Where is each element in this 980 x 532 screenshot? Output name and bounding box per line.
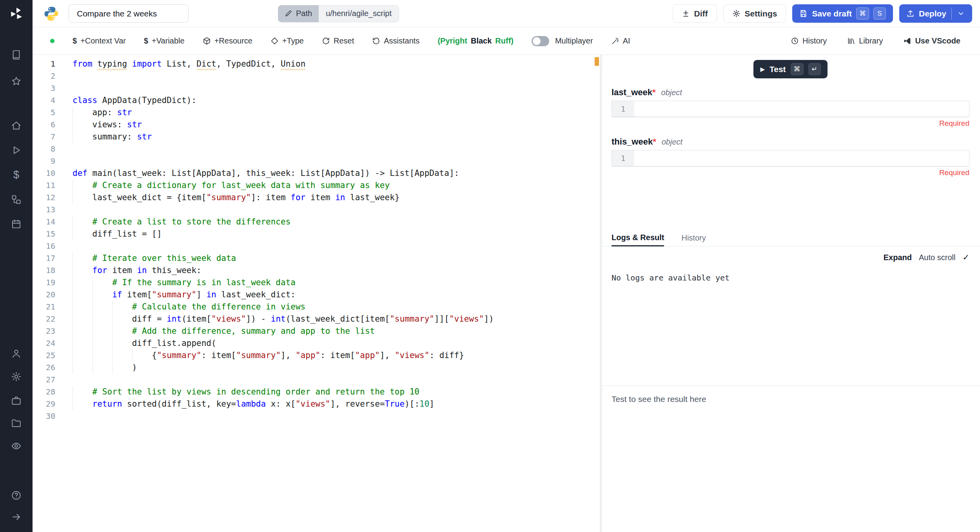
code-text[interactable]: # Create a dictionary for last_week data…	[73, 179, 390, 192]
code-line[interactable]: 20 if item["summary"] in last_week_dict:	[33, 289, 600, 301]
line-number[interactable]: 27	[33, 374, 55, 386]
assistants-button[interactable]: Assistants	[372, 36, 419, 45]
library-button[interactable]: Library	[847, 36, 883, 45]
line-number[interactable]: 16	[33, 240, 55, 252]
sidebar-item-resources[interactable]	[7, 192, 25, 207]
code-text[interactable]: return sorted(diff_list, key=lambda x: x…	[73, 398, 434, 410]
sidebar-item-docs[interactable]	[7, 47, 25, 62]
sidebar-item-home[interactable]	[7, 118, 25, 133]
code-text[interactable]: if item["summary"] in last_week_dict:	[73, 289, 296, 301]
line-number[interactable]: 23	[33, 325, 55, 337]
tab-history[interactable]: History	[681, 230, 706, 246]
arg-input-this-week[interactable]: 1	[612, 150, 969, 166]
line-number[interactable]: 6	[33, 119, 55, 131]
path-value[interactable]: u/henri/agile_script	[319, 5, 399, 22]
script-title-input[interactable]: Compare the 2 weeks	[69, 4, 189, 23]
line-number[interactable]: 13	[33, 204, 55, 216]
arg-json-input[interactable]	[634, 150, 969, 166]
code-line[interactable]: 27	[33, 374, 600, 386]
autoscroll-checkbox[interactable]: ✓	[962, 253, 969, 262]
line-number[interactable]: 25	[33, 349, 55, 362]
path-control[interactable]: Path u/henri/agile_script	[278, 5, 399, 22]
line-number[interactable]: 11	[33, 179, 55, 192]
code-line[interactable]: 22 diff = int(item["views"]) - int(last_…	[33, 313, 600, 325]
path-edit-button[interactable]: Path	[278, 5, 319, 22]
expand-button[interactable]: Expand	[884, 253, 912, 262]
code-text[interactable]: diff_list.append(	[73, 337, 216, 349]
code-line[interactable]: 13	[33, 204, 600, 216]
code-line[interactable]: 6 views: str	[33, 119, 600, 131]
code-line[interactable]: 28 # Sort the list by views in descendin…	[33, 386, 600, 398]
sidebar-item-users[interactable]	[7, 346, 25, 361]
add-resource-button[interactable]: +Resource	[203, 36, 252, 45]
line-number[interactable]: 26	[33, 362, 55, 374]
use-vscode-button[interactable]: Use VScode	[903, 36, 960, 45]
line-number[interactable]: 1	[33, 58, 55, 70]
code-line[interactable]: 2	[33, 70, 600, 82]
code-text[interactable]: app: str	[73, 107, 132, 119]
tab-logs-result[interactable]: Logs & Result	[612, 230, 664, 246]
line-number[interactable]: 17	[33, 252, 55, 264]
diff-button[interactable]: Diff	[673, 4, 717, 23]
sidebar-item-help[interactable]	[7, 487, 25, 503]
overview-ruler[interactable]	[594, 55, 600, 532]
line-number[interactable]: 12	[33, 192, 55, 204]
code-line[interactable]: 26 )	[33, 362, 600, 374]
add-context-var-button[interactable]: $ +Context Var	[73, 36, 126, 45]
code-line[interactable]: 3	[33, 82, 600, 94]
code-line[interactable]: 21 # Calculate the difference in views	[33, 301, 600, 313]
code-line[interactable]: 8	[33, 143, 600, 155]
line-number[interactable]: 4	[33, 94, 55, 107]
code-text[interactable]: # Sort the list by views in descending o…	[73, 386, 419, 398]
line-number[interactable]: 14	[33, 216, 55, 228]
code-text[interactable]: diff = int(item["views"]) - int(last_wee…	[73, 313, 494, 325]
reset-button[interactable]: Reset	[322, 36, 354, 45]
sidebar-item-settings[interactable]	[7, 369, 25, 384]
code-text[interactable]: # If the summary is in last_week data	[73, 277, 296, 289]
sidebar-item-schedules[interactable]	[7, 216, 25, 232]
code-line[interactable]: 10def main(last_week: List[AppData], thi…	[33, 167, 600, 179]
chevron-down-icon[interactable]	[957, 9, 965, 18]
deploy-button[interactable]: Deploy	[899, 4, 972, 23]
code-line[interactable]: 9	[33, 155, 600, 167]
code-line[interactable]: 4class AppData(TypedDict):	[33, 94, 600, 107]
code-text[interactable]: # Create a list to store the differences	[73, 216, 290, 228]
line-number[interactable]: 10	[33, 167, 55, 179]
line-number[interactable]: 3	[33, 82, 55, 94]
code-editor[interactable]: 1from typing import List, Dict, TypedDic…	[33, 55, 600, 532]
code-text[interactable]: for item in this_week:	[73, 264, 201, 277]
line-number[interactable]: 30	[33, 410, 55, 422]
test-button[interactable]: ▶ Test ⌘ ↵	[753, 60, 827, 78]
line-number[interactable]: 24	[33, 337, 55, 349]
code-line[interactable]: 24 diff_list.append(	[33, 337, 600, 349]
line-number[interactable]: 18	[33, 264, 55, 277]
line-number[interactable]: 28	[33, 386, 55, 398]
line-number[interactable]: 2	[33, 70, 55, 82]
code-line[interactable]: 29 return sorted(diff_list, key=lambda x…	[33, 398, 600, 410]
sidebar-item-logo[interactable]	[7, 6, 25, 22]
code-text[interactable]: summary: str	[73, 131, 152, 143]
line-number[interactable]: 7	[33, 131, 55, 143]
line-number[interactable]: 20	[33, 289, 55, 301]
sidebar-item-runs[interactable]	[7, 142, 25, 158]
line-number[interactable]: 9	[33, 155, 55, 167]
code-line[interactable]: 23 # Add the difference, summary and app…	[33, 325, 600, 337]
code-line[interactable]: 16	[33, 240, 600, 252]
code-line[interactable]: 5 app: str	[33, 107, 600, 119]
code-text[interactable]: )	[73, 362, 137, 374]
code-line[interactable]: 19 # If the summary is in last_week data	[33, 277, 600, 289]
warning-marker[interactable]	[595, 57, 599, 66]
arg-input-last-week[interactable]: 1	[612, 101, 969, 117]
sidebar-item-variables[interactable]: $	[7, 167, 25, 183]
line-number[interactable]: 5	[33, 107, 55, 119]
code-text[interactable]: def main(last_week: List[AppData], this_…	[73, 167, 459, 179]
code-line[interactable]: 30	[33, 410, 600, 422]
code-line[interactable]: 11 # Create a dictionary for last_week d…	[33, 179, 600, 192]
code-text[interactable]: from typing import List, Dict, TypedDict…	[73, 58, 305, 70]
code-text[interactable]: # Add the difference, summary and app to…	[73, 325, 375, 337]
save-draft-button[interactable]: Save draft ⌘ S	[792, 4, 893, 23]
code-line[interactable]: 14 # Create a list to store the differen…	[33, 216, 600, 228]
code-text[interactable]: last_week_dict = {item["summary"]: item …	[73, 192, 400, 204]
code-line[interactable]: 15 diff_list = []	[33, 228, 600, 240]
sidebar-item-workers[interactable]	[7, 393, 25, 408]
